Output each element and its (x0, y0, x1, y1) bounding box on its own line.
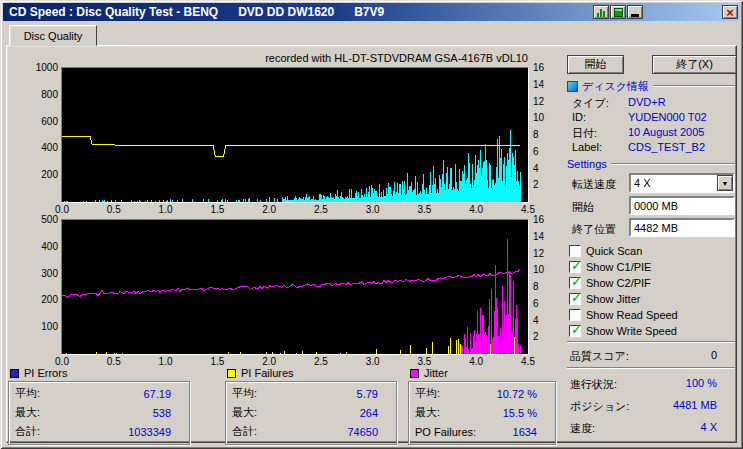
speed-y-axis-tick: 14 (533, 79, 561, 90)
progress-row: 進行状況: 100 % (570, 377, 717, 392)
book-icon-button[interactable] (610, 5, 626, 19)
legend-title: PI Errors (24, 367, 67, 379)
x-axis-tick: 3.5 (409, 356, 439, 367)
stat-label: 平均: (232, 386, 257, 401)
checkbox-box[interactable] (569, 309, 581, 321)
check-mark: ✓ (571, 290, 582, 305)
end-position-label: 終了位置 (572, 222, 616, 237)
speed-y-axis-tick: 10 (533, 112, 561, 123)
end-position-input[interactable] (629, 218, 735, 237)
close-button[interactable]: × (722, 5, 738, 19)
disc-info-section-header: ディスク情報 (567, 80, 735, 92)
stat-value: 10.72 % (497, 388, 537, 400)
disc-date-row: 日付: 10 August 2005 (572, 126, 704, 139)
x-axis-tick: 2.5 (306, 204, 336, 215)
pi-failures-values: 平均:5.79 最大:264 合計:74650 (225, 381, 397, 445)
checkbox-box[interactable] (569, 245, 581, 257)
checkbox-show-c1-pie[interactable]: ✓ Show C1/PIE (569, 260, 651, 274)
pi-errors-stats-box: PI Errors 平均:67.19 最大:538 合計:1033349 (8, 367, 190, 445)
jitter-legend: Jitter (408, 367, 556, 379)
stat-value: 1634 (513, 426, 537, 438)
checkbox-show-read-speed[interactable]: Show Read Speed (569, 308, 678, 322)
checkbox-box[interactable]: ✓ (569, 325, 581, 337)
minimize-button[interactable] (627, 5, 643, 19)
stat-value: 1033349 (128, 426, 171, 438)
disc-info-title: ディスク情報 (582, 79, 649, 94)
pi-failures-swatch (227, 369, 236, 378)
speed-y-axis-tick: 12 (533, 248, 561, 259)
speed-y-axis-tick: 4 (533, 163, 561, 174)
pif-jitter-chart (61, 219, 529, 355)
x-axis-tick: 1.0 (151, 356, 181, 367)
window-title: CD Speed : Disc Quality Test - BENQ DVD … (3, 5, 384, 19)
divider (611, 163, 735, 165)
pi-failures-stats-box: PI Failures 平均:5.79 最大:264 合計:74650 (225, 367, 397, 445)
exit-button[interactable]: 終了(X) (652, 55, 737, 74)
settings-title: Settings (567, 158, 607, 170)
disc-type-row: タイプ: DVD+R (572, 96, 666, 109)
checkbox-box[interactable]: ✓ (569, 261, 581, 273)
position-value: 4481 MB (673, 399, 717, 414)
chevron-down-icon[interactable]: ▼ (717, 175, 733, 191)
stat-label: 最大: (415, 405, 440, 420)
disc-id-row: ID: YUDEN000 T02 (572, 111, 707, 124)
checkbox-show-c2-pif[interactable]: ✓ Show C2/PIF (569, 276, 651, 290)
stat-label: PO Failures: (415, 426, 476, 438)
title-bar[interactable]: CD Speed : Disc Quality Test - BENQ DVD … (3, 3, 740, 21)
start-position-input[interactable] (629, 196, 735, 215)
checkbox-label: Show C1/PIE (586, 261, 651, 273)
info-label: 日付: (572, 126, 628, 139)
checkbox-show-write-speed[interactable]: ✓ Show Write Speed (569, 324, 677, 338)
pi-errors-swatch (10, 369, 19, 378)
close-icon: × (726, 7, 734, 18)
position-row: ポジション: 4481 MB (570, 399, 717, 414)
speed-y-axis-tick: 10 (533, 264, 561, 275)
tab-disc-quality[interactable]: Disc Quality (9, 25, 97, 46)
speed-combobox[interactable]: 4 X ▼ (629, 173, 735, 193)
checkbox-box[interactable]: ✓ (569, 293, 581, 305)
app-window: CD Speed : Disc Quality Test - BENQ DVD … (0, 0, 743, 449)
jitter-swatch (410, 369, 419, 378)
checkbox-label: Show C2/PIF (586, 277, 651, 289)
checkbox-label: Show Read Speed (586, 309, 678, 321)
stat-label: 合計: (15, 424, 40, 439)
check-mark: ✓ (571, 322, 582, 337)
speed-y-axis-tick: 12 (533, 96, 561, 107)
divider (653, 85, 735, 87)
info-value: 10 August 2005 (628, 126, 704, 139)
stat-value: 67.19 (143, 388, 171, 400)
checkbox-box[interactable]: ✓ (569, 277, 581, 289)
disc-icon (567, 81, 578, 92)
speed-combobox-value: 4 X (631, 175, 717, 191)
start-button[interactable]: 開始 (567, 55, 624, 74)
speed-y-axis-tick: 2 (533, 179, 561, 190)
minimize-icon (631, 14, 639, 17)
speed-y-axis-tick: 8 (533, 281, 561, 292)
speed-row: 速度: 4 X (570, 421, 717, 436)
speed-label: 転送速度 (572, 177, 616, 192)
x-axis-tick: 0.5 (99, 356, 129, 367)
info-label: ID: (572, 111, 628, 124)
disc-label-row: Label: CDS_TEST_B2 (572, 141, 705, 154)
settings-section-header: Settings (567, 158, 735, 170)
legend-title: PI Failures (241, 367, 294, 379)
pif-y-axis-tick: 400 (18, 241, 58, 252)
x-axis-tick: 0.0 (47, 356, 77, 367)
speed-status-value: 4 X (700, 421, 717, 436)
jitter-values: 平均:10.72 % 最大:15.5 % PO Failures:1634 (408, 381, 556, 445)
speed-status-label: 速度: (570, 421, 595, 436)
checkbox-show-jitter[interactable]: ✓ Show Jitter (569, 292, 640, 306)
checkbox-quick-scan[interactable]: Quick Scan (569, 244, 642, 258)
chart-icon-button[interactable] (593, 5, 609, 19)
x-axis-tick: 1.5 (202, 356, 232, 367)
book-icon (614, 8, 623, 17)
pie-y-axis-tick: 600 (18, 116, 58, 127)
x-axis-tick: 4.0 (461, 204, 491, 215)
stat-label: 平均: (15, 386, 40, 401)
pie-y-axis-tick: 400 (18, 142, 58, 153)
stat-value: 538 (153, 407, 171, 419)
info-label: タイプ: (572, 96, 628, 109)
stat-value: 264 (360, 407, 378, 419)
pi-errors-legend: PI Errors (8, 367, 190, 379)
jitter-stats-box: Jitter 平均:10.72 % 最大:15.5 % PO Failures:… (408, 367, 556, 445)
